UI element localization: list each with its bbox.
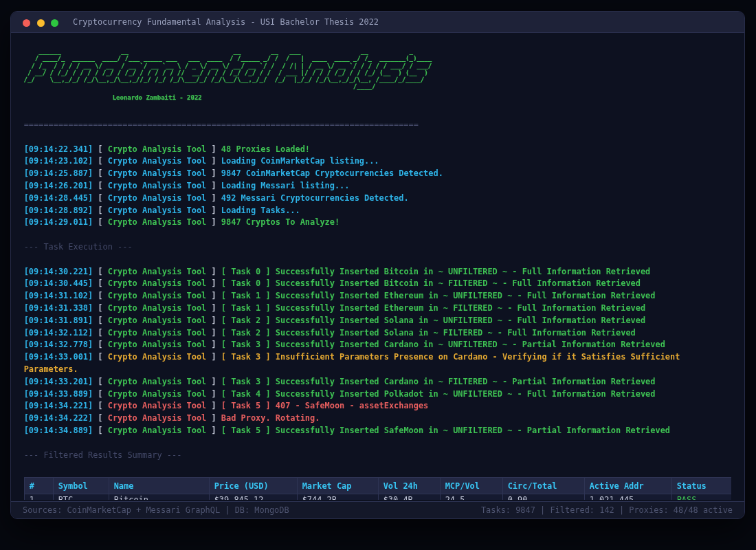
log-message: Loading Messari listing... [221,181,350,190]
traffic-lights [23,19,65,27]
log-bracket: ] [206,352,221,362]
log-bracket: ] [206,181,221,190]
log-bracket: ] [206,168,221,178]
log-timestamp: [09:14:33.889] [24,389,93,399]
log-tag: Crypto Analysis Tool [108,389,207,399]
log-timestamp: [09:14:22.341] [24,144,93,154]
log-tag: Crypto Analysis Tool [108,303,207,313]
log-bracket: ] [206,291,221,300]
log-tag: Crypto Analysis Tool [108,377,207,386]
log-bracket: [ [93,267,108,276]
log-line: [09:14:33.201] [ Crypto Analysis Tool ] … [24,376,732,388]
log-bracket: [ [93,401,108,410]
log-bracket: ] [206,316,221,325]
log-message: [ Task 4 ] Successfully Inserted Polkado… [221,389,656,399]
column-header-price-usd-: Price (USD) [209,478,297,494]
table-cell-symbol: BTC [53,494,109,500]
log-tag: Crypto Analysis Tool [108,193,207,203]
log-bracket: [ [93,426,108,435]
log-message: 9847 Cryptos To Analyze! [221,217,340,227]
terminal-content[interactable]: ______ __ __ __ ___ __ _ / ____/_ ______… [11,33,744,501]
log-line: [09:14:25.887] [ Crypto Analysis Tool ] … [24,168,732,180]
log-line: [09:14:28.445] [ Crypto Analysis Tool ] … [24,192,732,205]
log-timestamp: [09:14:33.001] [24,352,93,362]
log-tag: Crypto Analysis Tool [108,217,207,227]
log-line: [09:14:30.221] [ Crypto Analysis Tool ] … [24,266,732,278]
banner-subtitle: Leonardo Zambaiti - 2022 [24,94,732,101]
log-line: [09:14:33.001] [ Crypto Analysis Tool ] … [24,351,732,376]
log-bracket: [ [93,291,108,300]
log-bracket: [ [93,156,108,166]
log-bracket: ] [206,193,221,203]
log-timestamp: [09:14:30.221] [24,267,93,276]
results-table: #SymbolNamePrice (USD)Market CapVol 24hM… [24,477,732,500]
log-bracket: ] [206,278,221,288]
column-header--: # [24,478,53,494]
status-sources: Sources: CoinMarketCap + Messari GraphQL… [23,505,289,515]
log-timestamp: [09:14:31.102] [24,291,93,300]
log-line: [09:14:32.778] [ Crypto Analysis Tool ] … [24,339,732,351]
log-tag: Crypto Analysis Tool [108,181,207,190]
log-tag: Crypto Analysis Tool [108,316,207,325]
log-message: [ Task 3 ] Successfully Inserted Cardano… [221,377,656,386]
status-badge: PASS [671,494,731,500]
log-bracket: [ [93,352,108,362]
log-section-header: --- Task Execution --- [24,241,732,254]
ascii-banner: ______ __ __ __ ___ __ _ / ____/_ ______… [24,48,732,91]
status-stats: Tasks: 9847 | Filtered: 142 | Proxies: 4… [481,505,733,515]
log-bracket: ] [206,156,221,166]
log-section-header: --- Filtered Results Summary --- [24,450,732,462]
log-message: [ Task 1 ] Successfully Inserted Ethereu… [221,291,656,300]
log-bracket: [ [93,413,108,423]
log-tag: Crypto Analysis Tool [108,156,207,166]
log-bracket: ] [206,303,221,313]
column-header-status: Status [671,478,731,494]
log-message: [ Task 0 ] Successfully Inserted Bitcoin… [221,278,641,288]
close-button[interactable] [23,19,30,27]
log-line: [09:14:32.112] [ Crypto Analysis Tool ] … [24,327,732,340]
log-output: ========================================… [24,119,732,461]
log-bracket: ] [206,401,221,410]
log-bracket: ] [206,206,221,215]
log-timestamp: [09:14:34.889] [24,426,93,435]
log-line: [09:14:34.889] [ Crypto Analysis Tool ] … [24,425,732,437]
column-header-mcp-vol: MCP/Vol [440,478,502,494]
log-message: Loading CoinMarketCap listing... [221,156,379,166]
log-blank-line [24,437,732,450]
log-line: [09:14:30.445] [ Crypto Analysis Tool ] … [24,278,732,290]
column-header-symbol: Symbol [53,478,109,494]
log-timestamp: [09:14:31.891] [24,316,93,325]
table-cell--: 1 [24,494,53,500]
log-message: 48 Proxies Loaded! [221,144,310,154]
log-timestamp: [09:14:30.445] [24,278,93,288]
log-tag: Crypto Analysis Tool [108,206,207,215]
log-bracket: [ [93,389,108,399]
maximize-button[interactable] [51,19,58,27]
log-line: [09:14:31.338] [ Crypto Analysis Tool ] … [24,302,732,315]
log-line: [09:14:34.222] [ Crypto Analysis Tool ] … [24,412,732,425]
log-bracket: ] [206,426,221,435]
log-message: [ Task 2 ] Successfully Inserted Solana … [221,328,636,338]
log-line: [09:14:26.201] [ Crypto Analysis Tool ] … [24,180,732,192]
column-header-active-addr: Active Addr [584,478,671,494]
log-timestamp: [09:14:32.112] [24,328,93,338]
log-tag: Crypto Analysis Tool [108,340,207,349]
log-tag: Crypto Analysis Tool [108,328,207,338]
table-header-row: #SymbolNamePrice (USD)Market CapVol 24hM… [24,478,731,494]
window-title: Cryptocurrency Fundamental Analysis - US… [73,12,379,33]
log-message: Loading Tasks... [221,206,300,215]
log-bracket: [ [93,168,108,178]
log-tag: Crypto Analysis Tool [108,168,207,178]
log-tag: Crypto Analysis Tool [108,401,207,410]
table-cell-name: Bitcoin [109,494,209,500]
log-bracket: ] [206,217,221,227]
log-line: [09:14:31.891] [ Crypto Analysis Tool ] … [24,315,732,327]
title-bar[interactable]: Cryptocurrency Fundamental Analysis - US… [11,12,744,33]
log-bracket: ] [206,144,221,154]
log-timestamp: [09:14:28.892] [24,206,93,215]
log-separator: ========================================… [24,119,732,131]
log-timestamp: [09:14:23.102] [24,156,93,166]
log-bracket: [ [93,181,108,190]
minimize-button[interactable] [37,19,45,27]
log-bracket: [ [93,377,108,386]
